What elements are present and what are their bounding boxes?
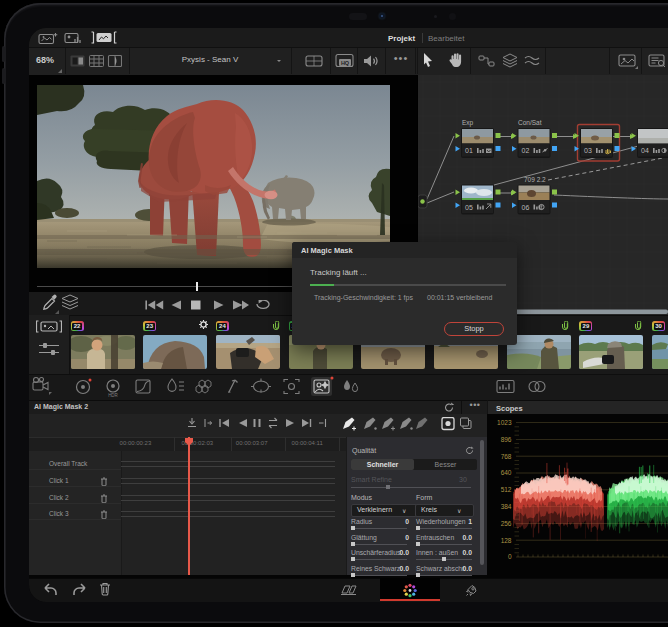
- svg-text:04: 04: [641, 147, 649, 154]
- svg-text:896: 896: [501, 436, 512, 443]
- svg-text:0: 0: [508, 553, 512, 560]
- svg-text:1023: 1023: [497, 419, 512, 426]
- svg-text:05: 05: [465, 204, 473, 211]
- svg-text:01: 01: [465, 147, 473, 154]
- svg-text:03: 03: [584, 147, 592, 154]
- svg-text:709 2.2: 709 2.2: [524, 176, 546, 183]
- svg-text:512: 512: [501, 486, 512, 493]
- svg-text:02: 02: [522, 147, 530, 154]
- svg-text:HDR: HDR: [108, 393, 118, 398]
- svg-text:06: 06: [522, 204, 530, 211]
- svg-text:128: 128: [501, 537, 512, 544]
- svg-text:640: 640: [501, 469, 512, 476]
- svg-text:Exp: Exp: [462, 119, 474, 127]
- svg-text:Con/Sat: Con/Sat: [518, 119, 542, 126]
- svg-text:HQ: HQ: [341, 60, 350, 66]
- svg-text:768: 768: [501, 453, 512, 460]
- svg-text:384: 384: [501, 503, 512, 510]
- svg-text:256: 256: [501, 520, 512, 527]
